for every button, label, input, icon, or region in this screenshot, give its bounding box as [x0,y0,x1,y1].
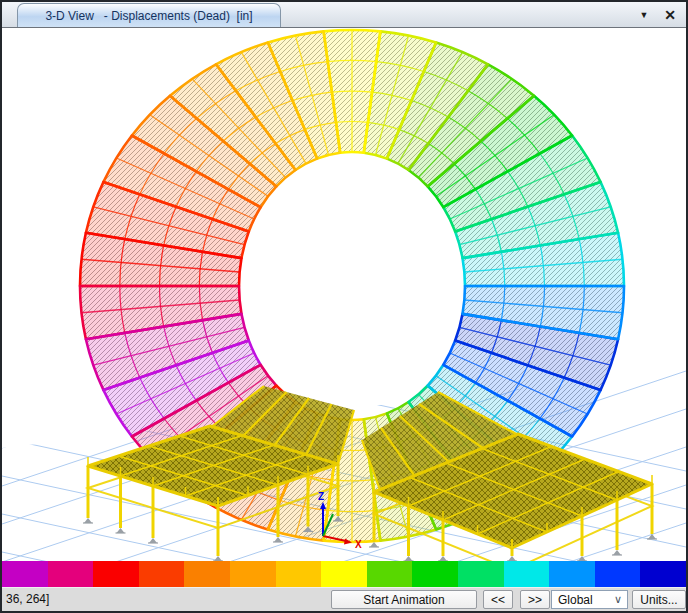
legend-color-segment [640,561,686,587]
legend-color-segment [48,561,94,587]
view-tab[interactable]: 3-D View - Displacements (Dead) [in] [17,3,281,27]
view-tab-title: 3-D View - Displacements (Dead) [in] [45,9,252,23]
axis-z-label: Z [318,491,324,502]
axis-x-label: X [355,539,362,550]
legend-color-segment [184,561,230,587]
title-bar: 3-D View - Displacements (Dead) [in] ▼ ✕ [2,2,686,28]
legend-color-segment [93,561,139,587]
legend-color-segment [139,561,185,587]
displacement-scene: ZX [2,28,686,561]
legend-color-segment [2,561,48,587]
coordinate-system-select[interactable]: Global ∨ [551,590,628,609]
status-coordinates: 36, 264] [6,588,49,611]
legend-color-segment [321,561,367,587]
legend-color-segment [276,561,322,587]
legend-color-segment [412,561,458,587]
step-forward-button[interactable]: >> [520,590,550,609]
status-bar: 36, 264] Start Animation << >> Global ∨ … [2,587,686,611]
3d-viewport[interactable]: ZX [2,28,686,561]
tab-menu-icon[interactable]: ▼ [634,2,654,27]
legend-color-segment [230,561,276,587]
window-frame: 3-D View - Displacements (Dead) [in] ▼ ✕… [0,0,688,613]
legend-color-segment [595,561,641,587]
coordinate-system-value: Global [558,593,593,607]
start-animation-button[interactable]: Start Animation [331,590,477,609]
step-backward-button[interactable]: << [483,590,513,609]
units-button[interactable]: Units... [632,590,686,609]
legend-color-segment [504,561,550,587]
legend-color-segment [367,561,413,587]
legend-color-segment [549,561,595,587]
close-icon[interactable]: ✕ [660,2,680,27]
color-scale [2,561,686,587]
legend-color-segment [458,561,504,587]
chevron-down-icon: ∨ [614,591,622,608]
